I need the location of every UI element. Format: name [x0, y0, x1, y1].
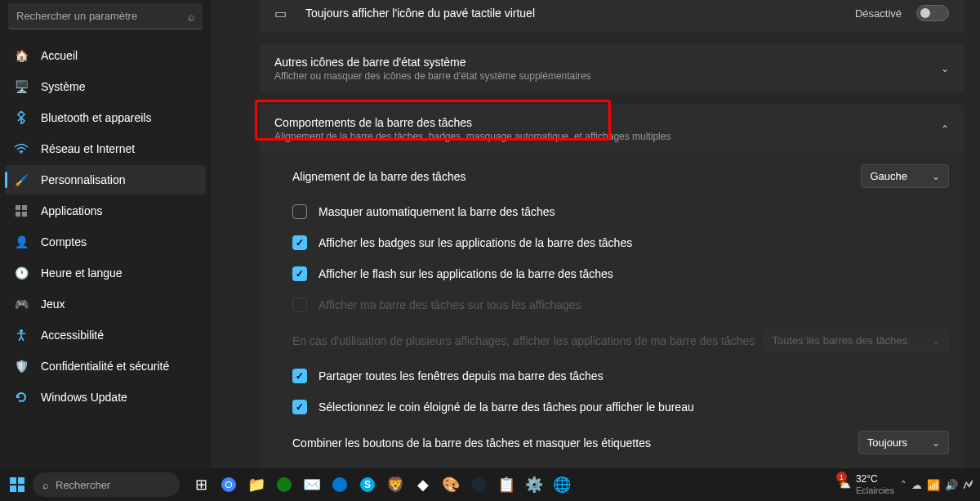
chevron-down-icon: ⌄: [932, 437, 940, 449]
checkbox-checked[interactable]: [292, 235, 307, 250]
explorer-icon[interactable]: 📁: [243, 472, 270, 498]
nav-accessibility[interactable]: Accessibilité: [5, 320, 206, 350]
wifi-tray-icon[interactable]: 📶: [927, 479, 940, 491]
svg-rect-2: [22, 205, 27, 210]
steam-icon[interactable]: [466, 472, 492, 498]
edge-icon[interactable]: [327, 472, 353, 498]
nav-personalization[interactable]: 🖌️Personnalisation: [5, 165, 206, 195]
nav-label: Accueil: [41, 49, 78, 62]
wifi-icon: [13, 141, 29, 157]
settings-content: ▭ Toujours afficher l'icône du pavé tact…: [211, 0, 980, 468]
nav-label: Personnalisation: [41, 173, 126, 186]
nav-label: Applications: [41, 204, 103, 217]
checkbox-checked[interactable]: [292, 266, 307, 281]
nav-label: Système: [41, 80, 85, 93]
home-icon: 🏠: [13, 47, 29, 64]
svg-point-10: [332, 477, 347, 492]
setting-title: Comportements de la barre des tâches: [274, 116, 941, 129]
chrome-icon[interactable]: [216, 472, 242, 498]
nav-network[interactable]: Réseau et Internet: [5, 134, 206, 163]
setting-label: Afficher les badges sur les applications…: [318, 236, 949, 249]
dropdown-value: Gauche: [870, 170, 907, 182]
checkbox-unchecked[interactable]: [292, 204, 307, 219]
svg-point-5: [20, 329, 23, 333]
toggle-state-text: Désactivé: [855, 7, 902, 20]
person-icon: 👤: [13, 234, 29, 250]
nav-gaming[interactable]: 🎮Jeux: [5, 289, 206, 319]
search-icon: ⌕: [188, 10, 194, 23]
setting-label: Toujours afficher l'icône du pavé tactil…: [305, 7, 855, 20]
copilot-icon[interactable]: 🎨: [438, 472, 464, 498]
update-icon: [13, 389, 29, 405]
setting-other-system-icons[interactable]: Autres icônes de barre d'état système Af…: [260, 44, 964, 93]
battery-tray-icon[interactable]: 🗲: [963, 479, 973, 491]
nav-label: Jeux: [41, 297, 65, 311]
svg-rect-4: [22, 212, 27, 217]
settings-search-input[interactable]: [16, 10, 188, 22]
taskbar-pinned-apps: ⊞ 📁 ✉️ S 🦁 ◆ 🎨 📋 ⚙️ 🌐: [188, 472, 575, 498]
nav-update[interactable]: Windows Update: [5, 382, 206, 412]
nav-accounts[interactable]: 👤Comptes: [5, 227, 206, 257]
weather-widget[interactable]: ⛅ 32°C Eclaircies: [839, 474, 894, 494]
setting-label: Sélectionnez le coin éloigné de la barre…: [318, 400, 949, 414]
setting-virtual-touchpad[interactable]: ▭ Toujours afficher l'icône du pavé tact…: [260, 0, 964, 33]
app-icon[interactable]: ◆: [410, 472, 436, 498]
setting-label: Masquer automatiquement la barre des tâc…: [318, 205, 949, 218]
setting-label: En cas d'utilisation de plusieurs affich…: [292, 334, 764, 347]
setting-far-corner-desktop[interactable]: Sélectionnez le coin éloigné de la barre…: [260, 391, 964, 423]
dropdown-value: Toujours: [867, 436, 907, 449]
onedrive-icon[interactable]: ☁: [911, 479, 922, 491]
nav-bluetooth[interactable]: Bluetooth et appareils: [5, 103, 206, 132]
alignment-dropdown[interactable]: Gauche ⌄: [861, 164, 949, 188]
setting-subtitle: Alignement de la barre des tâches, badge…: [274, 131, 941, 142]
combine-dropdown[interactable]: Toujours ⌄: [858, 431, 949, 454]
volume-tray-icon[interactable]: 🔊: [945, 479, 958, 491]
setting-combine-buttons-other: Combiner les boutons de la barre des tâc…: [260, 463, 964, 468]
nav-system[interactable]: 🖥️Système: [5, 72, 206, 101]
nav-privacy[interactable]: 🛡️Confidentialité et sécurité: [5, 351, 206, 381]
checkbox-checked[interactable]: [292, 400, 307, 414]
setting-show-flash[interactable]: Afficher le flash sur les applications d…: [260, 258, 964, 289]
setting-label: Afficher le flash sur les applications d…: [318, 267, 949, 280]
apps-icon: [13, 203, 29, 219]
touchpad-icon: ▭: [274, 6, 291, 21]
setting-label: Afficher ma barre des tâches sur tous le…: [318, 298, 949, 311]
taskbar-system-tray: ⛅ 32°C Eclaircies ˄ ☁ 📶 🔊 🗲: [839, 474, 973, 494]
setting-all-displays: Afficher ma barre des tâches sur tous le…: [260, 289, 964, 320]
app-icon-3[interactable]: 🌐: [549, 472, 575, 498]
toggle-switch[interactable]: [916, 5, 949, 21]
checkbox-checked[interactable]: [292, 369, 307, 383]
settings-app-icon[interactable]: ⚙️: [521, 472, 547, 498]
svg-text:S: S: [364, 479, 371, 490]
setting-auto-hide[interactable]: Masquer automatiquement la barre des tâc…: [260, 196, 964, 227]
nav-apps[interactable]: Applications: [5, 196, 206, 226]
chevron-down-icon: ⌄: [941, 63, 949, 74]
chevron-up-icon: ⌃: [941, 123, 949, 135]
task-view-icon[interactable]: ⊞: [188, 472, 214, 498]
bluetooth-icon: [13, 110, 29, 126]
multi-display-dropdown: Toutes les barres des tâches ⌄: [764, 329, 949, 352]
settings-sidebar: ⌕ 🏠Accueil 🖥️Système Bluetooth et appare…: [0, 0, 211, 468]
start-button[interactable]: [7, 474, 28, 495]
skype-icon[interactable]: S: [354, 472, 381, 498]
setting-combine-buttons: Combiner les boutons de la barre des tâc…: [260, 423, 964, 463]
nav-time-language[interactable]: 🕐Heure et langue: [5, 258, 206, 288]
setting-label: Alignement de la barre des tâches: [292, 170, 861, 183]
setting-taskbar-behaviors[interactable]: Comportements de la barre des tâches Ali…: [260, 105, 964, 154]
nav-home[interactable]: 🏠Accueil: [5, 41, 206, 70]
nav-label: Bluetooth et appareils: [41, 111, 151, 124]
taskbar-behaviors-panel: Alignement de la barre des tâches Gauche…: [260, 151, 964, 468]
app-icon-2[interactable]: 📋: [493, 472, 519, 498]
brave-icon[interactable]: 🦁: [382, 472, 408, 498]
clock-icon: 🕐: [13, 265, 29, 281]
mail-icon[interactable]: ✉️: [299, 472, 325, 498]
tray-chevron-up-icon[interactable]: ˄: [901, 479, 906, 491]
setting-share-windows[interactable]: Partager toutes les fenêtres depuis ma b…: [260, 360, 964, 391]
xbox-icon[interactable]: [271, 472, 297, 498]
search-placeholder: Rechercher: [56, 479, 110, 491]
system-icon: 🖥️: [13, 78, 29, 95]
setting-show-badges[interactable]: Afficher les badges sur les applications…: [260, 227, 964, 258]
svg-rect-3: [16, 212, 20, 217]
taskbar-search[interactable]: ⌕ Rechercher: [33, 472, 180, 497]
settings-search-box[interactable]: ⌕: [8, 3, 203, 29]
